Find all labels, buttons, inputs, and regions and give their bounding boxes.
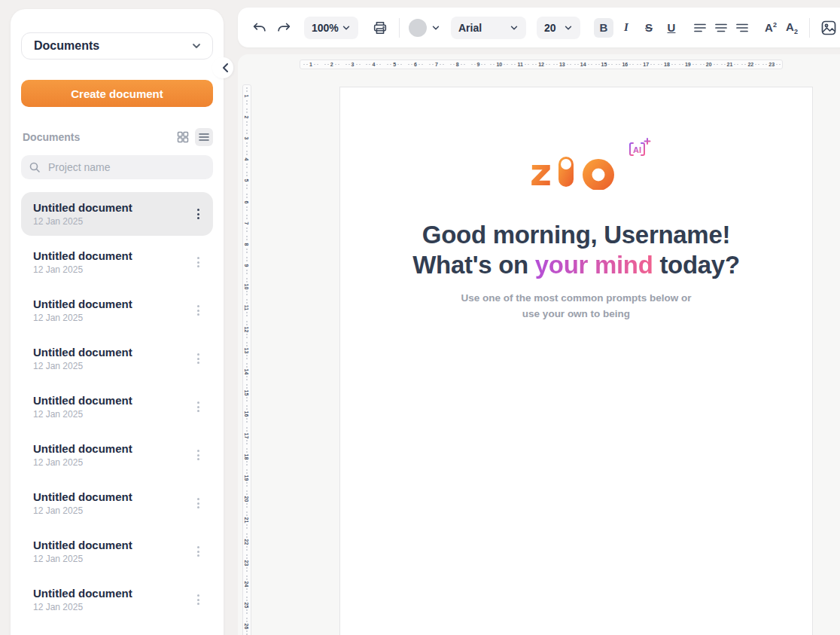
document-date: 12 Jan 2025 <box>33 409 189 420</box>
ruler-unit: 8 <box>245 234 248 255</box>
zoom-select[interactable]: 100% <box>304 17 358 39</box>
ruler-unit: 15 <box>594 62 615 67</box>
undo-icon[interactable] <box>250 18 269 38</box>
ruler-unit: 20 <box>698 62 720 67</box>
redo-icon[interactable] <box>274 18 294 38</box>
ruler-unit: 22 <box>740 62 761 67</box>
document-list-item[interactable]: Untitled document12 Jan 2025 <box>21 530 213 573</box>
insert-image-icon[interactable] <box>819 18 838 38</box>
ruler-unit: 16 <box>614 62 635 67</box>
document-canvas: 1234567891011121314151617181920212223 12… <box>238 54 840 635</box>
ruler-unit: 19 <box>244 467 250 488</box>
ruler-unit: 3 <box>245 127 248 148</box>
document-menu-kebab-icon[interactable] <box>189 491 207 515</box>
editor-main: 100% Arial 20 B I S U <box>238 0 840 635</box>
ruler-unit: 22 <box>244 531 250 552</box>
document-page[interactable]: z <box>339 87 813 635</box>
document-list-item[interactable]: Untitled document12 Jan 2025 <box>21 337 213 380</box>
ai-badge-icon: AI <box>626 137 652 161</box>
greeting-line1: Good morning, Username! <box>340 220 812 250</box>
document-menu-kebab-icon[interactable] <box>189 588 207 612</box>
document-menu-kebab-icon[interactable] <box>189 202 207 226</box>
greeting-subtitle: Use one of the most common prompts below… <box>340 291 812 322</box>
ruler-unit: 18 <box>656 62 677 67</box>
document-texts: Untitled document12 Jan 2025 <box>33 298 189 323</box>
search-box <box>21 155 213 179</box>
document-menu-kebab-icon[interactable] <box>189 395 207 419</box>
print-icon[interactable] <box>370 18 390 38</box>
font-family-select[interactable]: Arial <box>451 17 526 39</box>
sidebar-collapse-button[interactable] <box>212 57 233 78</box>
document-date: 12 Jan 2025 <box>33 361 189 371</box>
ruler-unit: 17 <box>635 62 656 67</box>
document-texts: Untitled document12 Jan 2025 <box>33 442 189 468</box>
search-icon <box>29 161 41 173</box>
ruler-unit: 12 <box>531 62 552 67</box>
document-title: Untitled document <box>33 442 189 455</box>
zoom-value: 100% <box>312 22 339 34</box>
document-menu-kebab-icon[interactable] <box>189 443 207 467</box>
workspace-selector[interactable]: Documents <box>21 32 213 60</box>
color-swatch <box>409 19 427 37</box>
vertical-ruler: 1234567891011121314151617181920212223242… <box>242 84 251 635</box>
create-document-button[interactable]: Create document <box>21 80 213 107</box>
align-center-icon[interactable] <box>711 18 731 38</box>
svg-text:z: z <box>530 154 552 190</box>
document-list-item[interactable]: Untitled document12 Jan 2025 <box>21 192 213 236</box>
underline-button[interactable]: U <box>662 18 681 38</box>
ruler-unit: 9 <box>245 255 248 276</box>
align-right-icon[interactable] <box>732 18 752 38</box>
workspace-selector-label: Documents <box>34 39 99 53</box>
list-view-icon[interactable] <box>195 128 213 146</box>
toolbar-divider <box>399 18 400 38</box>
document-menu-kebab-icon[interactable] <box>189 347 207 371</box>
ruler-unit: 7 <box>245 212 248 234</box>
ruler-unit: 4 <box>245 149 248 170</box>
document-list-item[interactable]: Untitled document12 Jan 2025 <box>21 578 213 621</box>
document-menu-kebab-icon[interactable] <box>189 539 207 563</box>
document-date: 12 Jan 2025 <box>33 602 189 612</box>
document-title: Untitled document <box>33 587 189 600</box>
search-input[interactable] <box>48 161 205 173</box>
chevron-down-icon <box>342 23 351 32</box>
ruler-unit: 6 <box>245 191 248 212</box>
horizontal-ruler: 1234567891011121314151617181920212223 <box>300 60 783 69</box>
document-title: Untitled document <box>33 490 189 503</box>
ruler-unit: 10 <box>244 276 250 298</box>
ruler-unit: 5 <box>384 62 405 67</box>
strikethrough-button[interactable]: S <box>639 18 659 38</box>
document-list-item[interactable]: Untitled document12 Jan 2025 <box>21 288 213 332</box>
superscript-button[interactable]: A2 <box>761 18 781 38</box>
document-list-item[interactable]: Untitled document12 Jan 2025 <box>21 433 213 477</box>
document-menu-kebab-icon[interactable] <box>189 250 207 274</box>
ruler-unit: 23 <box>244 552 250 573</box>
font-size-value: 20 <box>544 22 556 34</box>
document-title: Untitled document <box>33 249 189 262</box>
ruler-unit: 21 <box>720 62 741 67</box>
document-texts: Untitled document12 Jan 2025 <box>33 201 189 227</box>
ruler-unit: 21 <box>244 510 250 531</box>
document-list-item[interactable]: Untitled document12 Jan 2025 <box>21 481 213 525</box>
document-date: 12 Jan 2025 <box>33 554 189 564</box>
document-title: Untitled document <box>33 346 189 359</box>
ruler-unit: 2 <box>245 106 248 127</box>
subscript-button[interactable]: A2 <box>782 18 802 38</box>
document-list-item[interactable]: Untitled document12 Jan 2025 <box>21 240 213 284</box>
ruler-unit: 18 <box>244 446 250 467</box>
ruler-unit: 3 <box>342 62 364 67</box>
ruler-unit: 11 <box>244 298 249 319</box>
ruler-unit: 14 <box>573 62 594 67</box>
text-color-picker[interactable] <box>409 19 440 37</box>
document-menu-kebab-icon[interactable] <box>189 298 207 322</box>
toolbar-divider <box>809 18 810 38</box>
align-left-icon[interactable] <box>690 18 710 38</box>
document-texts: Untitled document12 Jan 2025 <box>33 587 189 612</box>
ruler-unit: 24 <box>244 573 250 594</box>
italic-button[interactable]: I <box>616 18 636 38</box>
grid-view-icon[interactable] <box>174 128 192 146</box>
font-size-select[interactable]: 20 <box>537 17 580 39</box>
view-toggles <box>174 128 213 146</box>
document-texts: Untitled document12 Jan 2025 <box>33 490 189 516</box>
document-list-item[interactable]: Untitled document12 Jan 2025 <box>21 385 213 429</box>
bold-button[interactable]: B <box>594 18 613 38</box>
